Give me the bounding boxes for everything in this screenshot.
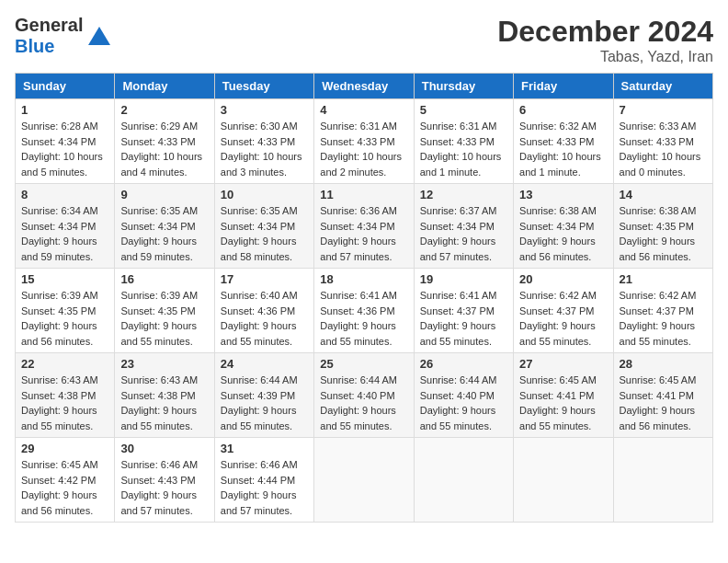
sunset: Sunset: 4:34 PM <box>21 136 96 147</box>
sunset: Sunset: 4:39 PM <box>221 390 295 401</box>
sunrise: Sunrise: 6:44 AM <box>320 374 397 385</box>
calendar-cell: 20 Sunrise: 6:42 AM Sunset: 4:37 PM Dayl… <box>514 269 613 353</box>
svg-marker-0 <box>88 27 110 45</box>
weekday-header-monday: Monday <box>115 74 214 99</box>
weekday-header-sunday: Sunday <box>16 74 115 99</box>
daylight: Daylight: 10 hours and 2 minutes. <box>320 151 402 178</box>
daylight: Daylight: 9 hours and 57 minutes. <box>420 236 496 262</box>
daylight: Daylight: 10 hours and 4 minutes. <box>120 151 202 178</box>
sunrise: Sunrise: 6:45 AM <box>620 374 697 385</box>
day-number: 7 <box>620 103 707 117</box>
daylight: Daylight: 9 hours and 55 minutes. <box>420 405 496 431</box>
calendar-cell: 28 Sunrise: 6:45 AM Sunset: 4:41 PM Dayl… <box>613 353 712 438</box>
daylight: Daylight: 9 hours and 58 minutes. <box>221 236 297 262</box>
calendar-cell <box>514 438 613 523</box>
daylight: Daylight: 9 hours and 55 minutes. <box>320 405 396 431</box>
sunset: Sunset: 4:34 PM <box>120 221 195 232</box>
calendar-week-2: 8 Sunrise: 6:34 AM Sunset: 4:34 PM Dayli… <box>16 184 713 269</box>
daylight: Daylight: 9 hours and 55 minutes. <box>120 320 197 347</box>
title-block: December 2024 Tabas, Yazd, Iran <box>497 15 713 65</box>
sunset: Sunset: 4:36 PM <box>221 305 295 316</box>
sunset: Sunset: 4:41 PM <box>620 390 694 401</box>
sunrise: Sunrise: 6:35 AM <box>120 205 198 216</box>
day-number: 8 <box>21 188 108 201</box>
logo-general: General <box>15 15 83 35</box>
daylight: Daylight: 9 hours and 55 minutes. <box>320 320 396 347</box>
weekday-header-tuesday: Tuesday <box>214 74 313 99</box>
day-info: Sunrise: 6:45 AM Sunset: 4:42 PM Dayligh… <box>21 457 108 518</box>
sunrise: Sunrise: 6:34 AM <box>21 205 98 216</box>
daylight: Daylight: 9 hours and 55 minutes. <box>519 320 596 347</box>
sunrise: Sunrise: 6:28 AM <box>21 121 98 132</box>
daylight: Daylight: 9 hours and 55 minutes. <box>519 405 596 431</box>
day-info: Sunrise: 6:32 AM Sunset: 4:33 PM Dayligh… <box>519 119 607 179</box>
calendar-cell: 25 Sunrise: 6:44 AM Sunset: 4:40 PM Dayl… <box>314 353 414 438</box>
sunset: Sunset: 4:34 PM <box>420 221 495 232</box>
day-number: 2 <box>120 103 208 117</box>
day-info: Sunrise: 6:37 AM Sunset: 4:34 PM Dayligh… <box>420 203 507 264</box>
sunset: Sunset: 4:33 PM <box>320 136 394 147</box>
calendar-table: SundayMondayTuesdayWednesdayThursdayFrid… <box>15 73 713 523</box>
day-info: Sunrise: 6:43 AM Sunset: 4:38 PM Dayligh… <box>21 373 108 433</box>
daylight: Daylight: 9 hours and 56 minutes. <box>21 489 97 516</box>
sunrise: Sunrise: 6:31 AM <box>320 121 397 132</box>
sunrise: Sunrise: 6:33 AM <box>620 121 697 132</box>
sunrise: Sunrise: 6:45 AM <box>519 374 597 385</box>
calendar-cell: 6 Sunrise: 6:32 AM Sunset: 4:33 PM Dayli… <box>514 99 613 184</box>
logo-text: General Blue <box>15 15 83 57</box>
calendar-cell: 1 Sunrise: 6:28 AM Sunset: 4:34 PM Dayli… <box>16 99 115 184</box>
daylight: Daylight: 10 hours and 5 minutes. <box>21 151 103 178</box>
day-info: Sunrise: 6:38 AM Sunset: 4:34 PM Dayligh… <box>519 203 607 264</box>
daylight: Daylight: 9 hours and 56 minutes. <box>519 236 596 262</box>
sunset: Sunset: 4:34 PM <box>21 221 96 232</box>
day-number: 5 <box>420 103 507 117</box>
calendar-cell <box>314 438 414 523</box>
sunrise: Sunrise: 6:44 AM <box>420 374 497 385</box>
day-info: Sunrise: 6:43 AM Sunset: 4:38 PM Dayligh… <box>120 373 208 433</box>
daylight: Daylight: 9 hours and 56 minutes. <box>21 320 97 347</box>
day-info: Sunrise: 6:38 AM Sunset: 4:35 PM Dayligh… <box>620 203 707 264</box>
sunrise: Sunrise: 6:37 AM <box>420 205 497 216</box>
sunset: Sunset: 4:38 PM <box>21 390 96 401</box>
calendar-cell: 17 Sunrise: 6:40 AM Sunset: 4:36 PM Dayl… <box>214 269 313 353</box>
daylight: Daylight: 9 hours and 59 minutes. <box>120 236 197 262</box>
day-number: 11 <box>320 188 407 201</box>
sunrise: Sunrise: 6:42 AM <box>620 290 697 301</box>
day-info: Sunrise: 6:46 AM Sunset: 4:43 PM Dayligh… <box>120 457 208 518</box>
sunset: Sunset: 4:33 PM <box>120 136 195 147</box>
sunrise: Sunrise: 6:41 AM <box>420 290 497 301</box>
day-info: Sunrise: 6:29 AM Sunset: 4:33 PM Dayligh… <box>120 119 208 179</box>
calendar-cell: 4 Sunrise: 6:31 AM Sunset: 4:33 PM Dayli… <box>314 99 414 184</box>
sunrise: Sunrise: 6:36 AM <box>320 205 397 216</box>
sunset: Sunset: 4:36 PM <box>320 305 394 316</box>
page-header: General Blue December 2024 Tabas, Yazd, … <box>15 15 713 65</box>
calendar-cell: 22 Sunrise: 6:43 AM Sunset: 4:38 PM Dayl… <box>16 353 115 438</box>
calendar-cell: 11 Sunrise: 6:36 AM Sunset: 4:34 PM Dayl… <box>314 184 414 269</box>
calendar-cell: 3 Sunrise: 6:30 AM Sunset: 4:33 PM Dayli… <box>214 99 313 184</box>
sunrise: Sunrise: 6:35 AM <box>221 205 298 216</box>
day-number: 31 <box>221 442 308 455</box>
day-info: Sunrise: 6:36 AM Sunset: 4:34 PM Dayligh… <box>320 203 407 264</box>
calendar-cell: 24 Sunrise: 6:44 AM Sunset: 4:39 PM Dayl… <box>214 353 313 438</box>
daylight: Daylight: 9 hours and 56 minutes. <box>620 405 696 431</box>
day-info: Sunrise: 6:31 AM Sunset: 4:33 PM Dayligh… <box>320 119 407 179</box>
day-number: 3 <box>221 103 308 117</box>
sunrise: Sunrise: 6:32 AM <box>519 121 597 132</box>
calendar-cell: 18 Sunrise: 6:41 AM Sunset: 4:36 PM Dayl… <box>314 269 414 353</box>
day-number: 18 <box>320 272 407 286</box>
calendar-cell: 14 Sunrise: 6:38 AM Sunset: 4:35 PM Dayl… <box>613 184 712 269</box>
calendar-cell: 30 Sunrise: 6:46 AM Sunset: 4:43 PM Dayl… <box>115 438 214 523</box>
sunset: Sunset: 4:37 PM <box>519 305 594 316</box>
day-info: Sunrise: 6:35 AM Sunset: 4:34 PM Dayligh… <box>120 203 208 264</box>
sunset: Sunset: 4:35 PM <box>21 305 96 316</box>
sunrise: Sunrise: 6:46 AM <box>120 459 198 470</box>
daylight: Daylight: 9 hours and 59 minutes. <box>21 236 97 262</box>
daylight: Daylight: 10 hours and 0 minutes. <box>620 151 701 178</box>
daylight: Daylight: 9 hours and 57 minutes. <box>221 489 297 516</box>
daylight: Daylight: 9 hours and 57 minutes. <box>120 489 197 516</box>
sunrise: Sunrise: 6:29 AM <box>120 121 198 132</box>
sunrise: Sunrise: 6:31 AM <box>420 121 497 132</box>
sunset: Sunset: 4:33 PM <box>221 136 295 147</box>
day-number: 23 <box>120 357 208 371</box>
calendar-cell: 12 Sunrise: 6:37 AM Sunset: 4:34 PM Dayl… <box>414 184 513 269</box>
